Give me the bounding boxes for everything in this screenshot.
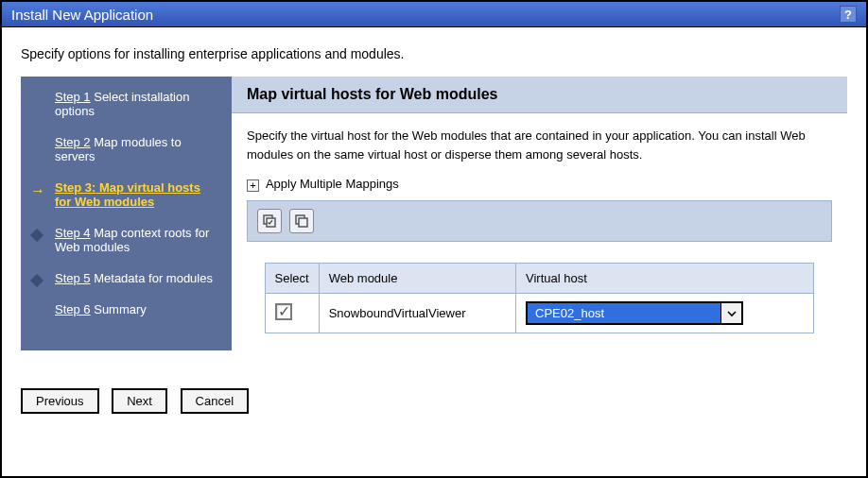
step-prefix: Step 6 (55, 302, 91, 316)
deselect-all-icon (293, 213, 310, 230)
virtual-host-value: CPE02_host (528, 303, 720, 323)
arrow-icon: → (30, 182, 45, 199)
main-panel: Map virtual hosts for Web modules Specif… (232, 77, 847, 350)
cancel-button[interactable]: Cancel (181, 388, 249, 414)
step-label: Metadata for modules (94, 271, 213, 285)
required-icon (30, 228, 42, 243)
main-description: Specify the virtual host for the Web mod… (247, 127, 832, 163)
wizard-buttons: Previous Next Cancel (21, 388, 847, 414)
step-prefix: Step 4 (55, 226, 91, 240)
step-2[interactable]: Step 2 Map modules to servers (34, 135, 218, 163)
required-icon (30, 273, 42, 288)
next-button[interactable]: Next (112, 388, 167, 414)
step-3-current: → Step 3: Map virtual hosts for Web modu… (34, 180, 218, 209)
col-select: Select (265, 264, 319, 294)
svg-rect-3 (299, 218, 307, 227)
title-bar: Install New Application ? (2, 2, 866, 27)
step-5[interactable]: Step 5 Metadata for modules (34, 271, 218, 285)
select-all-button[interactable] (257, 209, 282, 233)
title-text: Install New Application (11, 7, 153, 23)
step-label: Summary (94, 302, 147, 316)
row-module-name: SnowboundVirtualViewer (319, 294, 515, 333)
expand-label: Apply Multiple Mappings (266, 177, 399, 191)
row-checkbox[interactable] (275, 303, 292, 320)
modules-table: Select Web module Virtual host Snowbound… (265, 263, 815, 333)
step-6[interactable]: Step 6 Summary (34, 302, 218, 316)
step-prefix: Step 1 (55, 90, 91, 104)
col-module: Web module (319, 264, 515, 294)
step-prefix: Step 5 (55, 271, 91, 285)
expand-icon: + (247, 179, 259, 192)
step-prefix: Step 3: (55, 180, 95, 195)
wizard-sidebar: Step 1 Select installation options Step … (21, 77, 232, 350)
chevron-down-icon (720, 303, 741, 323)
main-heading: Map virtual hosts for Web modules (232, 77, 847, 113)
select-all-icon (261, 213, 278, 230)
deselect-all-button[interactable] (289, 209, 314, 233)
apply-multiple-mappings-toggle[interactable]: + Apply Multiple Mappings (247, 177, 832, 191)
intro-text: Specify options for installing enterpris… (21, 46, 847, 61)
table-row: SnowboundVirtualViewer CPE02_host (265, 294, 814, 333)
table-header-row: Select Web module Virtual host (265, 264, 814, 294)
step-1[interactable]: Step 1 Select installation options (34, 90, 218, 118)
col-vhost: Virtual host (516, 264, 814, 294)
step-4[interactable]: Step 4 Map context roots for Web modules (34, 226, 218, 254)
previous-button[interactable]: Previous (21, 388, 99, 414)
help-icon[interactable]: ? (840, 6, 857, 23)
step-prefix: Step 2 (55, 135, 91, 149)
table-toolbar (247, 200, 832, 242)
virtual-host-select[interactable]: CPE02_host (526, 301, 743, 325)
